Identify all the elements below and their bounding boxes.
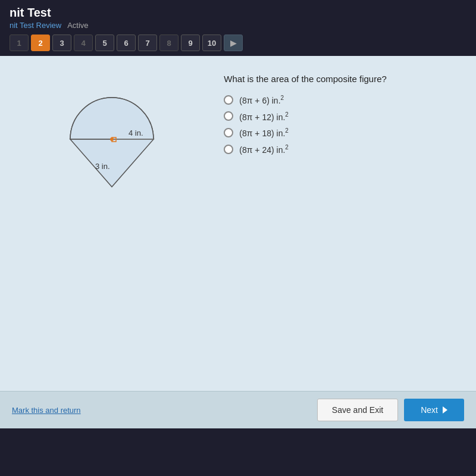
answer-text-d: (8π + 24) in.2: [239, 144, 289, 155]
footer: Mark this and return Save and Exit Next: [0, 391, 476, 428]
figure-panel: 4 in. 3 in.: [12, 68, 212, 379]
radio-c[interactable]: [224, 128, 233, 137]
answer-option-d[interactable]: (8π + 24) in.2: [224, 144, 464, 155]
svg-text:4 in.: 4 in.: [129, 129, 143, 137]
question-panel: What is the area of the composite figure…: [224, 68, 464, 379]
answer-options: (8π + 6) in.2 (8π + 12) in.2 (8π + 18) i…: [224, 95, 464, 155]
answer-text-a: (8π + 6) in.2: [239, 95, 284, 105]
nav-tab-next-arrow[interactable]: ▶: [224, 35, 243, 51]
page-title: nit Test: [10, 6, 466, 20]
nav-tab-1[interactable]: 1: [10, 35, 29, 51]
save-exit-button[interactable]: Save and Exit: [317, 399, 398, 421]
nav-tab-3[interactable]: 3: [52, 35, 71, 51]
answer-option-b[interactable]: (8π + 12) in.2: [224, 111, 464, 122]
answer-text-b: (8π + 12) in.2: [239, 111, 289, 122]
nav-tab-4[interactable]: 4: [74, 35, 93, 51]
nav-tabs: 1 2 3 4 5 6 7 8 9 10 ▶: [10, 35, 466, 56]
mark-return-link[interactable]: Mark this and return: [12, 406, 81, 415]
nav-tab-8[interactable]: 8: [159, 35, 178, 51]
nav-tab-6[interactable]: 6: [117, 35, 136, 51]
nav-tab-7[interactable]: 7: [138, 35, 157, 51]
radio-d[interactable]: [224, 145, 233, 154]
answer-option-a[interactable]: (8π + 6) in.2: [224, 95, 464, 105]
header: nit Test nit Test Review Active 1 2 3 4 …: [0, 0, 476, 56]
nav-tab-2[interactable]: 2: [31, 35, 50, 51]
next-button[interactable]: Next: [404, 399, 464, 421]
review-link[interactable]: nit Test Review: [10, 21, 61, 30]
answer-text-c: (8π + 18) in.2: [239, 127, 289, 138]
radio-b[interactable]: [224, 111, 233, 121]
question-text: What is the area of the composite figure…: [224, 74, 464, 84]
svg-marker-0: [70, 139, 154, 187]
svg-text:3 in.: 3 in.: [95, 162, 110, 171]
nav-tab-5[interactable]: 5: [95, 35, 114, 51]
radio-a[interactable]: [224, 95, 233, 105]
bottom-strip: [0, 428, 476, 476]
answer-option-c[interactable]: (8π + 18) in.2: [224, 127, 464, 138]
header-subtitle: nit Test Review Active: [10, 21, 466, 30]
footer-buttons: Save and Exit Next: [317, 399, 464, 421]
status-badge: Active: [67, 21, 88, 30]
nav-tab-9[interactable]: 9: [181, 35, 200, 51]
next-arrow-icon: [443, 406, 447, 414]
next-label: Next: [421, 405, 438, 415]
nav-tab-10[interactable]: 10: [202, 35, 221, 51]
composite-figure: 4 in. 3 in.: [52, 74, 171, 201]
main-content: 4 in. 3 in. What is the area of the comp…: [0, 56, 476, 391]
